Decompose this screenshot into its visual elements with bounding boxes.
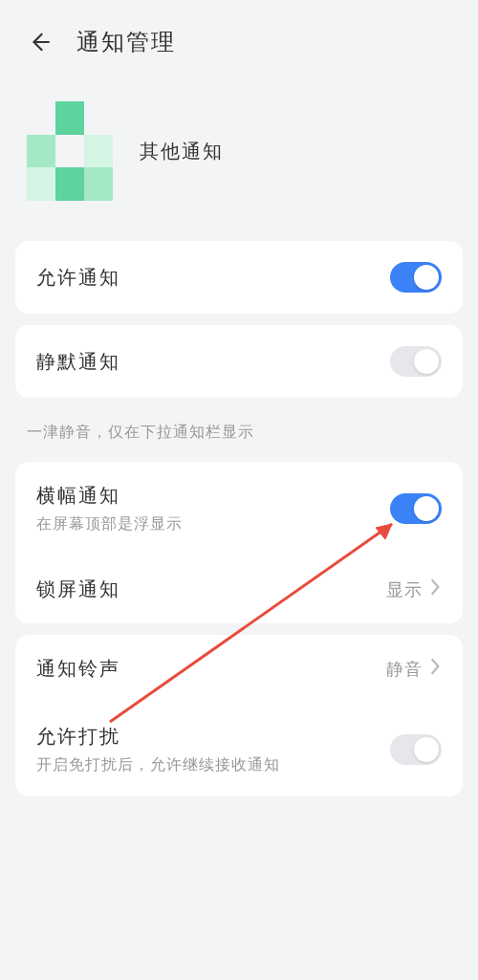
chevron-right-icon [428,657,442,681]
allow-notify-label: 允许通知 [36,265,120,291]
back-icon[interactable] [27,29,54,55]
silent-card: 静默通知 [15,325,463,398]
ringtone-value: 静音 [386,658,423,681]
app-info-row: 其他通知 [0,80,478,229]
banner-desc: 在屏幕顶部是浮显示 [36,514,183,534]
app-icon [27,101,113,201]
banner-toggle[interactable] [390,493,442,524]
allow-notify-toggle[interactable] [390,262,442,293]
silent-label: 静默通知 [36,349,120,375]
silent-row[interactable]: 静默通知 [15,325,463,398]
allow-notify-row[interactable]: 允许通知 [15,241,463,314]
silent-hint: 一津静音，仅在下拉通知栏显示 [0,409,478,450]
silent-toggle[interactable] [390,346,442,377]
banner-row[interactable]: 横幅通知 在屏幕顶部是浮显示 [15,462,463,555]
dnd-row[interactable]: 允许打扰 开启免打扰后，允许继续接收通知 [15,703,463,796]
ringtone-label: 通知铃声 [36,656,120,682]
app-name-label: 其他通知 [140,139,224,164]
lockscreen-value: 显示 [386,578,423,601]
dnd-label: 允许打扰 [36,724,280,750]
chevron-right-icon [428,577,442,601]
allow-notify-card: 允许通知 [15,241,463,314]
lockscreen-row[interactable]: 锁屏通知 显示 [15,555,463,623]
ringtone-row[interactable]: 通知铃声 静音 [15,635,463,703]
header: 通知管理 [0,0,478,80]
display-card: 横幅通知 在屏幕顶部是浮显示 锁屏通知 显示 [15,462,463,623]
dnd-desc: 开启免打扰后，允许继续接收通知 [36,755,280,775]
lockscreen-label: 锁屏通知 [36,577,120,602]
banner-label: 横幅通知 [36,483,183,509]
page-title: 通知管理 [76,27,176,57]
sound-card: 通知铃声 静音 允许打扰 开启免打扰后，允许继续接收通知 [15,635,463,796]
dnd-toggle[interactable] [390,734,442,765]
